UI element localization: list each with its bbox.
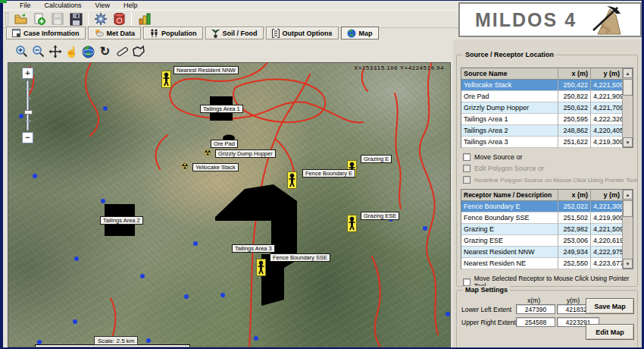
tab-output-options[interactable]: Output Options (266, 27, 339, 39)
upper-right-x-input[interactable] (516, 317, 555, 327)
window-border-left (0, 0, 3, 349)
checkbox-label: Edit Polygon Source or (474, 165, 544, 172)
toolbar-grip[interactable] (5, 12, 8, 26)
receptor-marker-nearest-resident-nnw[interactable] (161, 71, 171, 88)
groupbox-title: Source / Receptor Location (463, 51, 556, 58)
source-receptor-groupbox: Source / Receptor Location Source Name x… (456, 55, 638, 287)
col-y[interactable]: y (m) (591, 68, 623, 80)
save-map-button[interactable]: Save Map (586, 298, 634, 314)
tab-case-information[interactable]: Case Information (6, 27, 86, 39)
upper-right-extent-label: Upper Right Extent (461, 319, 516, 326)
tab-population[interactable]: Population (143, 27, 203, 39)
scroll-up-arrow[interactable]: ▲ (623, 190, 633, 200)
checkbox-box[interactable] (463, 165, 470, 172)
hand-pointer-icon[interactable]: ☝ (64, 44, 80, 60)
tab-label: Met Data (107, 30, 136, 37)
source-table: Source Name x (m) y (m) Yellocake Stack … (461, 68, 633, 148)
receptor-table-scrollbar[interactable]: ▲ ▼ (622, 190, 633, 269)
app-title: MILDOS 4 (475, 9, 577, 31)
cursor-coordinate-readout: X=253315.106 Y=4224519.94 (354, 64, 444, 71)
map-label-grazing-ese: Grazing ESE (361, 212, 399, 220)
move-source-checkbox[interactable]: Move Source or (463, 153, 523, 161)
redefine-polygon-checkbox[interactable]: Redefine Polygon Source on Mouse Click U… (463, 176, 637, 184)
pan-icon[interactable] (47, 44, 63, 60)
tab-label: Soil / Food (223, 30, 258, 37)
map-canvas[interactable]: + − X=253315.106 Y=4224519.94 ☢ ☢ Neares… (8, 62, 451, 347)
table-row[interactable]: Tailings Area 1 250,595 4,222,326 (461, 114, 633, 125)
lower-left-x-input[interactable] (516, 304, 555, 314)
tab-met-data[interactable]: Met Data (88, 27, 142, 39)
toolbar-separator (131, 12, 132, 26)
receptor-marker-fence-boundary-e[interactable] (287, 171, 297, 189)
rotate-icon[interactable]: ↻ (97, 44, 113, 60)
zoom-in-button[interactable]: + (22, 68, 33, 79)
polygon-icon[interactable] (130, 44, 146, 60)
zoom-out-button[interactable]: − (22, 132, 33, 143)
zoom-in-icon[interactable] (14, 44, 30, 60)
toolbar-separator (88, 12, 89, 26)
col-receptor-name[interactable]: Receptor Name / Description (461, 190, 558, 201)
menu-view[interactable]: View (89, 1, 116, 10)
col-y-label: y(m) (567, 297, 580, 304)
checkbox-box[interactable] (463, 278, 470, 286)
receptor-marker-grazing-ese[interactable] (347, 215, 357, 232)
checkbox-box[interactable] (463, 153, 470, 161)
checkbox-label: Move Source or (474, 153, 523, 161)
people-icon (149, 29, 158, 38)
table-row[interactable]: Yellocake Stack 250,422 4,221,509 (461, 80, 633, 91)
edit-map-button[interactable]: Edit Map (586, 324, 634, 340)
groupbox-title: Map Settings (463, 286, 510, 294)
plant-icon (211, 29, 220, 38)
table-row[interactable]: Grizzly Dump Hopper 250,622 4,221,709 (461, 102, 633, 114)
options-list-icon (272, 29, 280, 38)
tab-label: Population (161, 30, 197, 37)
col-y[interactable]: y (m) (591, 190, 623, 201)
zoom-slider-handle[interactable] (24, 110, 33, 115)
tab-soil-food[interactable]: Soil / Food (205, 27, 264, 39)
map-label-ore-pad: Ore Pad (211, 140, 238, 148)
tab-map[interactable]: Map (341, 27, 379, 39)
measure-icon[interactable] (114, 44, 130, 60)
menu-calculations[interactable]: Calculations (39, 1, 88, 10)
globe-icon[interactable] (80, 44, 96, 60)
table-row[interactable]: Ore Pad 250,822 4,221,909 (461, 91, 633, 102)
source-table-scrollbar[interactable]: ▲ ▼ (622, 68, 633, 147)
table-row[interactable]: Nearest Resident NNW 249,934 4,222,975 (461, 247, 633, 258)
tab-bar: Case Information Met Data Population Soi… (3, 25, 458, 39)
tab-label: Case Information (23, 30, 80, 37)
zoom-out-icon[interactable] (30, 44, 46, 60)
menu-help[interactable]: Help (117, 1, 144, 10)
menu-file[interactable]: File (14, 1, 37, 10)
window-border-top (0, 0, 644, 1)
side-panel: Source / Receptor Location Source Name x… (453, 39, 642, 347)
zoom-slider-track[interactable] (27, 80, 29, 130)
col-source-name[interactable]: Source Name (461, 68, 558, 80)
form-icon (12, 29, 20, 37)
table-row[interactable]: Fence Boundary E 252,022 4,221,309 (461, 201, 633, 212)
table-row[interactable]: Grazing E 252,982 4,221,509 (461, 224, 633, 235)
tab-label: Map (359, 30, 373, 37)
table-row[interactable]: Tailings Area 2 248,862 4,220,405 (461, 125, 633, 137)
edit-polygon-checkbox[interactable]: Edit Polygon Source or (463, 165, 544, 172)
col-x[interactable]: x (m) (558, 190, 591, 201)
map-label-tailings-area-2: Tailings Area 2 (100, 216, 143, 225)
scroll-up-arrow[interactable]: ▲ (623, 68, 633, 78)
col-x[interactable]: x (m) (558, 68, 591, 80)
radiation-marker-yellocake-stack[interactable]: ☢ (181, 162, 191, 171)
scroll-thumb[interactable] (623, 79, 633, 96)
table-row[interactable]: Fence Boundary SSE 251,502 4,219,909 (461, 212, 633, 224)
table-row[interactable]: Nearest Residen NE 252,550 4,223,677 (461, 258, 633, 269)
scroll-down-arrow[interactable]: ▼ (623, 259, 633, 269)
radiation-marker-grizzly-dump-hopper[interactable]: ☢ (204, 148, 214, 157)
hand-glyph: ☝ (65, 46, 78, 57)
col-x-label: x(m) (527, 297, 540, 304)
scroll-down-arrow[interactable]: ▼ (623, 137, 633, 147)
scroll-thumb[interactable] (623, 200, 633, 217)
table-row[interactable]: Tailings Area 3 251,622 4,219,309 (461, 137, 633, 148)
checkbox-box[interactable] (463, 176, 470, 184)
map-settings-groupbox: Map Settings x(m) y(m) Lower Left Extent… (456, 290, 638, 349)
table-row[interactable]: Grazing ESE 253,006 4,220,619 (461, 235, 633, 247)
receptor-marker-fence-boundary-sse[interactable] (256, 259, 266, 276)
map-toolbar: ☝ ↻ (14, 42, 453, 61)
window-corner-accent (0, 0, 7, 3)
